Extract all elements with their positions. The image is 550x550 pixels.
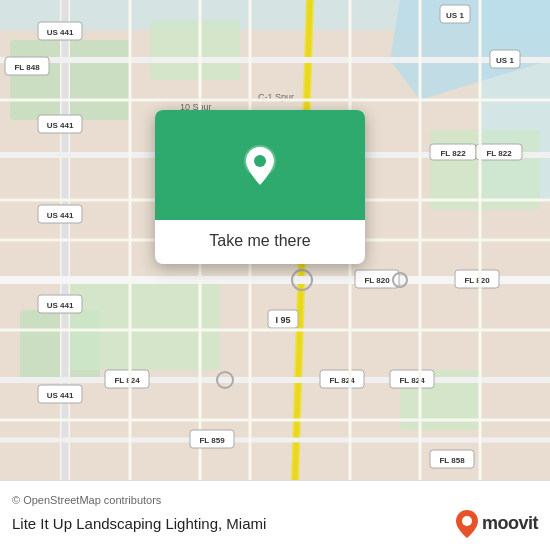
svg-text:US 441: US 441 xyxy=(47,211,74,220)
svg-text:FL 820: FL 820 xyxy=(364,276,390,285)
svg-point-72 xyxy=(254,155,266,167)
location-pin-icon xyxy=(238,143,282,187)
attribution-text: © OpenStreetMap contributors xyxy=(12,494,161,506)
svg-text:FL 822: FL 822 xyxy=(486,149,512,158)
svg-text:US 441: US 441 xyxy=(47,121,74,130)
popup-body: Take me there xyxy=(155,220,365,264)
moovit-logo: moovit xyxy=(456,510,538,538)
location-row: Lite It Up Landscaping Lighting, Miami m… xyxy=(12,510,538,538)
svg-text:US 1: US 1 xyxy=(446,11,464,20)
svg-text:FL 820: FL 820 xyxy=(464,276,490,285)
moovit-logo-text: moovit xyxy=(482,513,538,534)
svg-text:FL 822: FL 822 xyxy=(440,149,466,158)
bottom-bar: © OpenStreetMap contributors Lite It Up … xyxy=(0,480,550,550)
svg-text:US 1: US 1 xyxy=(496,56,514,65)
svg-text:FL 859: FL 859 xyxy=(199,436,225,445)
svg-text:US 441: US 441 xyxy=(47,28,74,37)
svg-text:FL 858: FL 858 xyxy=(439,456,465,465)
popup-header xyxy=(155,110,365,220)
svg-rect-8 xyxy=(60,280,220,370)
map-view[interactable]: I 95 US 441 US 441 US 441 US 441 US 441 … xyxy=(0,0,550,480)
map-attribution: © OpenStreetMap contributors xyxy=(12,494,538,506)
svg-text:US 441: US 441 xyxy=(47,391,74,400)
svg-text:FL 848: FL 848 xyxy=(14,63,40,72)
svg-text:FL 824: FL 824 xyxy=(114,376,140,385)
svg-text:US 441: US 441 xyxy=(47,301,74,310)
take-me-there-button[interactable]: Take me there xyxy=(209,232,310,249)
moovit-pin-icon xyxy=(456,510,478,538)
svg-rect-5 xyxy=(150,20,240,80)
svg-rect-6 xyxy=(430,130,540,210)
svg-text:I 95: I 95 xyxy=(275,315,290,325)
svg-point-73 xyxy=(462,516,472,526)
location-popup: Take me there xyxy=(155,110,365,264)
location-name: Lite It Up Landscaping Lighting, Miami xyxy=(12,515,266,532)
